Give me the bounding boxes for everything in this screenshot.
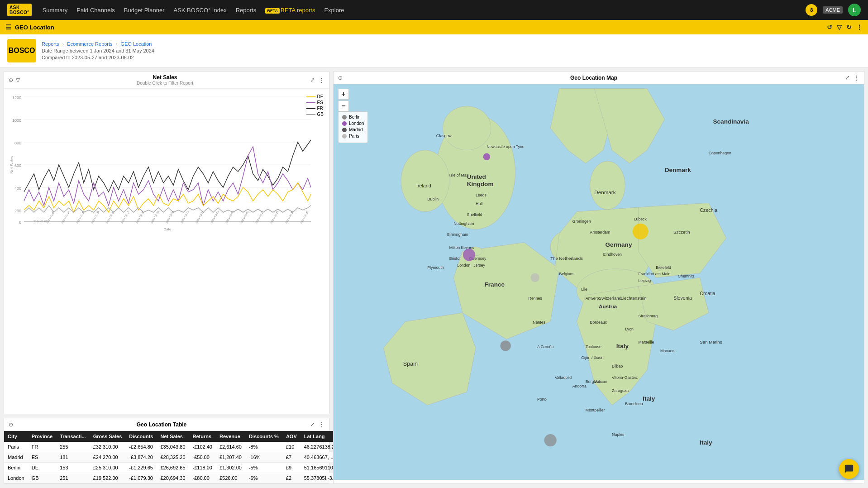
expand-map-icon[interactable]: ⤢ — [845, 74, 850, 81]
page-title: GEO Location — [15, 24, 54, 31]
filter-icon[interactable]: ▽ — [837, 24, 842, 31]
breadcrumb-ecommerce[interactable]: Ecommerce Reports — [67, 41, 112, 47]
main-content: ⊙ ▽ Net Sales Double Click to Filter Rep… — [0, 67, 868, 488]
svg-text:2024-04-22: 2024-04-22 — [270, 210, 279, 224]
madrid-marker — [500, 340, 510, 351]
cell-transactions: 255 — [56, 442, 89, 452]
svg-text:Lile: Lile — [581, 287, 587, 292]
chart-filter-icon[interactable]: ⊙ — [9, 77, 13, 83]
cell-province: GB — [28, 473, 56, 483]
chart-legend: DE ES FR GB — [306, 94, 324, 118]
svg-point-37 — [443, 106, 491, 150]
notification-button[interactable]: 8 — [806, 4, 817, 16]
cell-discounts-pct: -8% — [245, 442, 282, 452]
nav-reports[interactable]: Reports — [236, 7, 257, 14]
breadcrumb-area: BOSCO Reports › Ecommerce Reports › GEO … — [0, 34, 868, 67]
right-panel: ⊙ Geo Location Map ⤢ ⋮ + − Berlin — [333, 71, 864, 484]
legend-madrid: Madrid — [342, 127, 364, 132]
nav-right: 8 ACME L — [806, 4, 861, 16]
table-row: Berlin DE 153 £25,310.00 -£1,229.65 £26,… — [4, 463, 345, 473]
svg-text:Sheffield: Sheffield — [467, 212, 482, 217]
chart-more-icon[interactable]: ⋮ — [319, 77, 324, 83]
svg-text:Isle of Man: Isle of Man — [449, 173, 469, 177]
berlin-marker — [633, 224, 649, 239]
refresh-icon[interactable]: ↻ — [846, 24, 852, 31]
cell-revenue: £2,614.60 — [216, 442, 245, 452]
col-returns: Returns — [189, 431, 216, 442]
map-panel-icons: ⤢ ⋮ — [845, 74, 859, 81]
cell-province: DE — [28, 463, 56, 473]
date-range-text: Date Range between 1 Jan 2024 and 31 May… — [42, 48, 154, 53]
svg-text:Naples: Naples — [612, 432, 625, 437]
cell-returns: -£102.40 — [189, 442, 216, 452]
cell-net-sales: £35,043.80 — [157, 442, 189, 452]
svg-text:Zaragoza: Zaragoza — [612, 388, 629, 393]
svg-text:Italy: Italy — [700, 439, 712, 446]
user-avatar[interactable]: L — [848, 4, 861, 16]
svg-text:Anwerp: Anwerp — [586, 296, 599, 301]
company-badge[interactable]: ACME — [823, 6, 843, 14]
breadcrumb-geo[interactable]: GEO Location — [120, 41, 152, 47]
svg-text:United: United — [467, 173, 486, 180]
svg-text:France: France — [485, 281, 505, 288]
bosco-logo: BOSCO — [7, 39, 36, 62]
nav-budget-planner[interactable]: Budget Planner — [124, 7, 165, 14]
legend-berlin: Berlin — [342, 115, 364, 120]
cell-city: London — [4, 473, 28, 483]
svg-text:2024-02-28: 2024-02-28 — [150, 210, 160, 224]
net-sales-chart-svg: 1200 1000 800 600 400 200 0 Net Sales — [8, 92, 315, 233]
cell-gross-sales: £19,522.00 — [90, 473, 126, 483]
table-row: Paris FR 255 £32,310.00 -£2,654.80 £35,0… — [4, 442, 345, 452]
svg-text:Bristol: Bristol — [449, 256, 460, 261]
nav-beta-reports[interactable]: BETABETA reports — [265, 7, 315, 14]
cell-aov: £2 — [282, 473, 300, 483]
expand-table-icon[interactable]: ⤢ — [310, 421, 315, 428]
zoom-in-button[interactable]: + — [338, 89, 349, 100]
app-logo[interactable]: ASKBOSCO° — [7, 4, 32, 16]
chart-panel-icons: ⤢ ⋮ — [310, 77, 324, 83]
svg-text:2024-03-21: 2024-03-21 — [195, 210, 205, 224]
zoom-out-button[interactable]: − — [338, 100, 349, 111]
london-dot — [342, 121, 347, 126]
svg-text:Gijón / Xixon: Gijón / Xixon — [581, 355, 604, 360]
chat-button[interactable] — [839, 459, 859, 479]
more-options-icon[interactable]: ⋮ — [856, 24, 863, 31]
chart-settings-icon[interactable]: ▽ — [16, 77, 20, 83]
nav-explore[interactable]: Explore — [324, 7, 344, 14]
svg-text:2024-02-11: 2024-02-11 — [120, 210, 130, 224]
svg-text:Croatia: Croatia — [700, 291, 715, 296]
compared-to-text: Compared to 2023-05-27 and 2023-06-02 — [42, 55, 154, 60]
table-row: Madrid ES 181 £24,270.00 -£3,874.20 £28,… — [4, 452, 345, 463]
svg-marker-40 — [383, 313, 476, 405]
map-more-icon[interactable]: ⋮ — [854, 74, 859, 81]
cell-revenue: £1,302.00 — [216, 463, 245, 473]
chart-body: DE ES FR GB — [4, 89, 329, 238]
svg-text:San Marino: San Marino — [700, 340, 722, 344]
svg-text:Net Sales: Net Sales — [10, 156, 14, 174]
breadcrumb: Reports › Ecommerce Reports › GEO Locati… — [42, 41, 154, 47]
svg-text:2024-04-30: 2024-04-30 — [300, 210, 309, 224]
menu-icon[interactable]: ☰ — [5, 24, 11, 31]
cell-province: ES — [28, 452, 56, 463]
nav-ask-bosco-index[interactable]: ASK BOSCO° Index — [173, 7, 226, 14]
svg-text:A Coruña: A Coruña — [537, 344, 554, 349]
legend-london: London — [342, 121, 364, 126]
svg-text:Amsterdam: Amsterdam — [590, 230, 610, 234]
net-sales-title: Net Sales — [23, 74, 307, 81]
map-filter-icon[interactable]: ⊙ — [338, 75, 343, 81]
nav-summary[interactable]: Summary — [43, 7, 68, 14]
europe-map-svg: United Kingdom Ireland France Germany Sp… — [334, 84, 864, 480]
cell-discounts-pct: -6% — [245, 473, 282, 483]
table-more-icon[interactable]: ⋮ — [319, 421, 324, 428]
svg-text:Groningen: Groningen — [572, 219, 591, 224]
nav-paid-channels[interactable]: Paid Channels — [76, 7, 115, 14]
svg-text:Belgium: Belgium — [559, 272, 574, 276]
cell-discounts-pct: -16% — [245, 452, 282, 463]
table-filter-icon[interactable]: ⊙ — [9, 421, 13, 428]
expand-chart-icon[interactable]: ⤢ — [310, 77, 315, 83]
svg-text:2024-01-07: 2024-01-07 — [46, 210, 55, 224]
svg-text:2024-04-17: 2024-04-17 — [255, 210, 264, 224]
svg-text:Strasbourg: Strasbourg — [638, 314, 658, 318]
undo-icon[interactable]: ↺ — [827, 24, 832, 31]
breadcrumb-reports[interactable]: Reports — [42, 41, 59, 47]
